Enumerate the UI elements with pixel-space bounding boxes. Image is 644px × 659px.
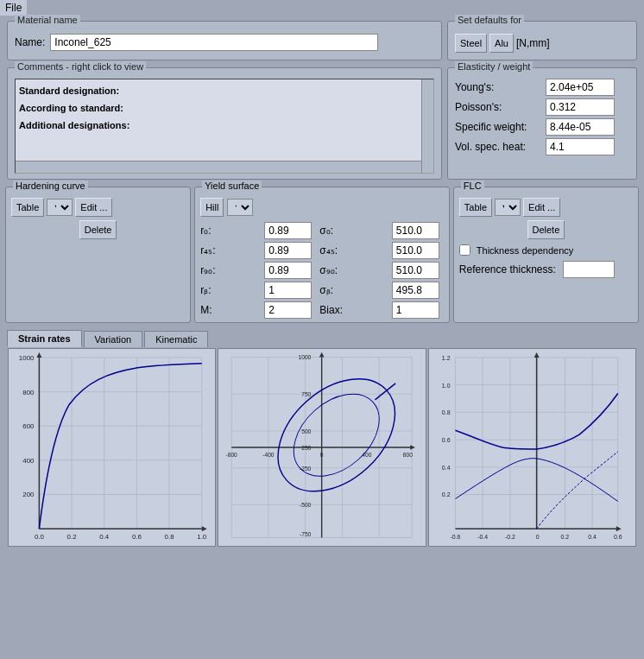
file-menu[interactable]: File xyxy=(0,0,27,16)
sig45-label: σ₄₅: xyxy=(319,244,388,257)
svg-text:-500: -500 xyxy=(300,502,312,508)
elasticity-section: Elasticity / weight Young's: Poisson's: … xyxy=(447,67,637,180)
hardening-title: Hardening curve xyxy=(13,181,88,191)
hardening-edit-button[interactable]: Edit ... xyxy=(75,198,112,217)
svg-text:0.6: 0.6 xyxy=(614,534,622,540)
flc-delete-button[interactable]: Delete xyxy=(527,220,565,239)
elasticity-title: Elasticity / weight xyxy=(455,61,533,72)
svg-text:0: 0 xyxy=(320,452,324,458)
ref-thickness-label: Reference thickness: xyxy=(459,263,556,276)
scrollbar-horizontal[interactable] xyxy=(16,161,421,173)
svg-text:0.0: 0.0 xyxy=(35,533,45,541)
poissons-input[interactable] xyxy=(546,98,615,116)
flc-table-select[interactable]: ▼ xyxy=(495,199,521,216)
charts-row: 1000 800 600 400 200 0.0 0.2 0.4 0.6 0.8… xyxy=(7,347,637,548)
svg-text:0.4: 0.4 xyxy=(588,534,597,540)
chart-yield: 1000 750 500 250 -250 -500 -750 -800 -40… xyxy=(218,348,426,547)
r0-input[interactable] xyxy=(264,222,312,239)
svg-marker-44 xyxy=(411,445,416,450)
sig90-input[interactable] xyxy=(392,262,439,279)
svg-text:1.0: 1.0 xyxy=(442,383,451,389)
scrollbar-vertical[interactable] xyxy=(421,79,433,173)
chart-hardening: 1000 800 600 400 200 0.0 0.2 0.4 0.6 0.8… xyxy=(8,348,216,547)
sigb-input[interactable] xyxy=(392,282,439,299)
chart1-svg: 1000 800 600 400 200 0.0 0.2 0.4 0.6 0.8… xyxy=(9,349,215,546)
svg-text:0.2: 0.2 xyxy=(442,491,451,497)
tab-strain-rates[interactable]: Strain rates xyxy=(7,330,82,347)
svg-text:0.4: 0.4 xyxy=(442,465,451,471)
r45-label: r₄₅: xyxy=(200,244,261,257)
sig0-input[interactable] xyxy=(392,222,439,239)
comments-area[interactable]: Standard designation: According to stand… xyxy=(15,79,434,174)
svg-text:0.6: 0.6 xyxy=(442,437,451,443)
material-name-title: Material name xyxy=(15,15,80,25)
svg-text:250: 250 xyxy=(302,445,312,451)
vol-spec-heat-input[interactable] xyxy=(546,138,615,155)
svg-text:-0.6: -0.6 xyxy=(450,534,460,540)
thickness-dep-label: Thickness dependency xyxy=(477,245,574,256)
svg-text:1.2: 1.2 xyxy=(442,355,451,361)
svg-text:-800: -800 xyxy=(226,452,238,458)
yield-section: Yield surface Hill ▼ r₀: σ₀: r₄₅: σ₄₅: r… xyxy=(194,187,450,323)
svg-marker-78 xyxy=(616,526,621,531)
yield-method-button[interactable]: Hill xyxy=(200,198,224,217)
flc-table-button[interactable]: Table xyxy=(459,198,492,217)
rb-input[interactable] xyxy=(264,282,312,299)
set-defaults-title: Set defaults for xyxy=(455,15,524,25)
chart2-svg: 1000 750 500 250 -250 -500 -750 -800 -40… xyxy=(218,349,425,546)
hardening-table-select[interactable]: ▼ xyxy=(47,199,73,216)
menu-bar: File xyxy=(0,0,644,16)
m-input[interactable] xyxy=(264,301,312,319)
hardening-section: Hardening curve Table ▼ Edit ... Delete xyxy=(5,187,191,323)
flc-edit-button[interactable]: Edit ... xyxy=(523,198,560,217)
svg-text:-750: -750 xyxy=(300,531,312,537)
ref-thickness-input[interactable] xyxy=(563,261,615,278)
svg-text:0.6: 0.6 xyxy=(132,533,142,541)
svg-text:600: 600 xyxy=(22,422,35,430)
svg-marker-16 xyxy=(36,352,41,358)
svg-text:800: 800 xyxy=(22,389,35,396)
svg-text:400: 400 xyxy=(22,457,35,465)
svg-text:-400: -400 xyxy=(263,452,275,458)
r0-label: r₀: xyxy=(200,225,261,237)
svg-text:0.8: 0.8 xyxy=(165,533,175,541)
svg-text:750: 750 xyxy=(302,391,312,397)
svg-marker-15 xyxy=(202,526,207,531)
svg-text:0.8: 0.8 xyxy=(442,409,451,415)
flc-title: FLC xyxy=(461,181,484,191)
thickness-dep-checkbox[interactable] xyxy=(459,244,470,256)
svg-text:1000: 1000 xyxy=(19,354,35,362)
r90-input[interactable] xyxy=(264,262,312,279)
flc-section: FLC Table ▼ Edit ... Delete Thickness de… xyxy=(453,187,639,323)
svg-text:200: 200 xyxy=(22,491,35,498)
svg-text:0.4: 0.4 xyxy=(99,533,110,541)
svg-text:-0.4: -0.4 xyxy=(477,534,488,540)
r90-label: r₉₀: xyxy=(200,264,261,276)
tab-variation[interactable]: Variation xyxy=(84,331,143,347)
svg-text:500: 500 xyxy=(302,428,312,434)
spec-weight-input[interactable] xyxy=(546,118,615,136)
name-input[interactable] xyxy=(50,34,378,51)
chart-flc: 1.2 1.0 0.8 0.6 0.4 0.2 -0.6 -0.4 -0.2 0… xyxy=(428,348,636,547)
yield-method-select[interactable]: ▼ xyxy=(227,199,253,216)
comments-line1: Standard designation: xyxy=(19,83,430,100)
youngs-input[interactable] xyxy=(546,79,615,96)
vol-spec-heat-label: Vol. spec. heat: xyxy=(455,141,546,153)
sig45-input[interactable] xyxy=(392,242,439,259)
r45-input[interactable] xyxy=(264,242,312,259)
sig90-label: σ₉₀: xyxy=(319,264,388,276)
alu-button[interactable]: Alu xyxy=(489,34,514,53)
comments-title: Comments - right click to view xyxy=(15,61,146,72)
youngs-label: Young's: xyxy=(455,81,546,93)
unit-label: [N,mm] xyxy=(516,37,550,49)
tab-kinematic[interactable]: Kinematic xyxy=(144,331,208,347)
svg-marker-45 xyxy=(319,352,325,358)
chart3-svg: 1.2 1.0 0.8 0.6 0.4 0.2 -0.6 -0.4 -0.2 0… xyxy=(429,349,635,546)
hardening-delete-button[interactable]: Delete xyxy=(79,220,117,239)
set-defaults-section: Set defaults for Steel Alu [N,mm] xyxy=(447,21,637,60)
biax-input[interactable] xyxy=(392,301,439,319)
rb-label: rᵦ: xyxy=(200,284,261,296)
hardening-table-button[interactable]: Table xyxy=(11,198,44,217)
comments-line2: According to standard: xyxy=(19,100,430,117)
steel-button[interactable]: Steel xyxy=(455,34,487,53)
